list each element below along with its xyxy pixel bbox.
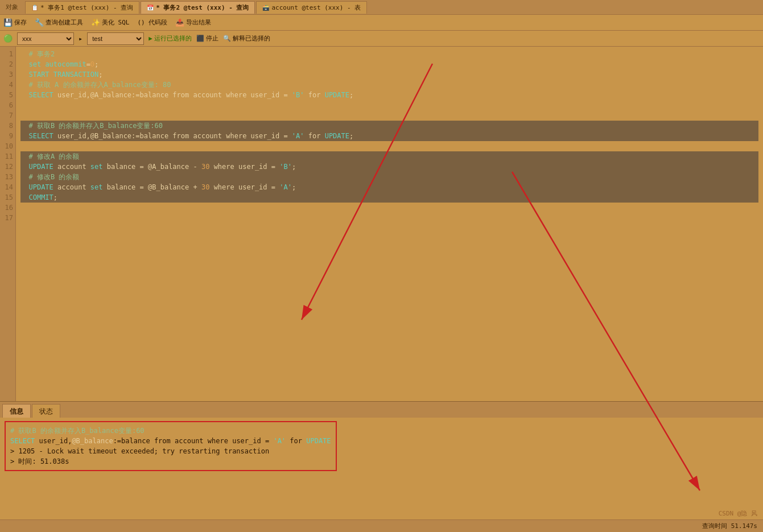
query-create-button[interactable]: 🔧 查询创建工具: [35, 18, 83, 27]
save-icon: 💾: [3, 18, 13, 27]
tab-2[interactable]: 📅 * 事务2 @test (xxx) - 查询: [141, 1, 255, 14]
beautify-icon: ✨: [91, 18, 100, 27]
line-number: 7: [0, 110, 15, 121]
query-icon: 🔧: [35, 18, 44, 27]
explain-label: 解释已选择的: [233, 34, 270, 43]
tab-bar: 对象 📋 * 事务1 @test (xxx) - 查询 📅 * 事务2 @tes…: [0, 0, 763, 15]
result-line: > 1205 - Lock wait timeout exceeded; try…: [10, 446, 331, 456]
toolbar: 💾 保存 🔧 查询创建工具 ✨ 美化 SQL () 代码段 📤 导出结果: [0, 15, 763, 31]
explain-icon: 🔍: [223, 35, 231, 42]
code-line: # 获取B 的余额并存入B_balance变量:60: [20, 121, 758, 131]
beautify-label: 美化 SQL: [102, 18, 130, 27]
watermark: CSDN @隐 风: [719, 509, 757, 518]
conn-icon: 🟢: [3, 34, 13, 43]
bottom-content: # 获取B 的余额并存入B_balance变量:60SELECT user_id…: [0, 418, 763, 515]
bottom-tabs: 信息 状态: [0, 402, 763, 418]
result-line: SELECT user_id,@B_balance:=balance from …: [10, 436, 331, 446]
bottom-tab-status[interactable]: 状态: [32, 404, 60, 418]
result-box: # 获取B 的余额并存入B_balance变量:60SELECT user_id…: [5, 421, 337, 471]
code-line: set autocommit=0;: [20, 59, 758, 69]
code-line: # 修改A 的余额: [20, 151, 758, 162]
line-number: 1: [0, 49, 15, 59]
code-line: START TRANSACTION;: [20, 69, 758, 80]
code-line: [20, 110, 758, 121]
code-line: [20, 203, 758, 213]
code-line: [20, 100, 758, 110]
tab2-icon: 📅: [147, 5, 154, 11]
code-line: SELECT user_id,@A_balance:=balance from …: [20, 90, 758, 100]
line-number: 15: [0, 192, 15, 203]
code-line: # 获取 A 的余额并存入A_balance变量: 80: [20, 80, 758, 90]
code-content[interactable]: # 事务2 set autocommit=0; START TRANSACTIO…: [16, 47, 763, 401]
db-separator: ▸: [79, 35, 83, 43]
database-select[interactable]: test: [87, 32, 144, 45]
tab3-icon: 🗃️: [262, 5, 269, 11]
code-line: COMMIT;: [20, 192, 758, 203]
line-number: 16: [0, 203, 15, 213]
tab2-label: * 事务2 @test (xxx) - 查询: [156, 3, 249, 12]
code-segment-label: () 代码段: [138, 18, 168, 27]
line-number: 17: [0, 213, 15, 223]
export-label: 导出结果: [186, 18, 211, 27]
connection-select[interactable]: xxx: [17, 32, 74, 45]
line-number: 8: [0, 121, 15, 131]
stop-button[interactable]: ⬛ 停止: [196, 34, 218, 43]
code-line: SELECT user_id,@B_balance:=balance from …: [20, 131, 758, 141]
tab-1[interactable]: 📋 * 事务1 @test (xxx) - 查询: [25, 1, 139, 14]
save-label: 保存: [14, 18, 27, 27]
line-number: 4: [0, 80, 15, 90]
run-label: 运行已选择的: [154, 34, 192, 43]
stop-icon: ⬛: [196, 35, 204, 42]
status-text: 查询时间 51.147s: [702, 522, 757, 530]
line-number: 5: [0, 90, 15, 100]
save-button[interactable]: 💾 保存: [3, 18, 27, 27]
bottom-tab-status-label: 状态: [39, 407, 53, 415]
bottom-tab-info-label: 信息: [10, 407, 23, 415]
line-number: 6: [0, 100, 15, 110]
export-button[interactable]: 📤 导出结果: [175, 18, 211, 27]
line-number: 3: [0, 69, 15, 80]
status-bar: 查询时间 51.147s: [0, 519, 763, 532]
run-button[interactable]: ▶ 运行已选择的: [149, 34, 192, 43]
watermark-text: CSDN @隐 风: [719, 510, 757, 517]
code-line: # 修改B 的余额: [20, 172, 758, 182]
tab-prefix: 对象: [2, 2, 22, 13]
tab3-label: account @test (xxx) - 表: [271, 3, 361, 12]
explain-button[interactable]: 🔍 解释已选择的: [223, 34, 270, 43]
export-icon: 📤: [175, 18, 184, 27]
run-icon: ▶: [149, 35, 152, 42]
result-line: # 获取B 的余额并存入B_balance变量:60: [10, 426, 331, 436]
line-numbers: 1234567891011121314151617: [0, 47, 16, 401]
code-line: UPDATE account set balance = @A_balance …: [20, 162, 758, 172]
line-number: 2: [0, 59, 15, 69]
code-line: UPDATE account set balance = @B_balance …: [20, 182, 758, 192]
result-line: > 时间: 51.038s: [10, 456, 331, 467]
line-number: 9: [0, 131, 15, 141]
line-number: 11: [0, 151, 15, 162]
line-number: 14: [0, 182, 15, 192]
line-number: 10: [0, 141, 15, 151]
stop-label: 停止: [206, 34, 218, 43]
code-line: # 事务2: [20, 49, 758, 59]
beautify-button[interactable]: ✨ 美化 SQL: [91, 18, 130, 27]
bottom-panel: 信息 状态 # 获取B 的余额并存入B_balance变量:60SELECT u…: [0, 401, 763, 515]
line-number: 12: [0, 162, 15, 172]
bottom-tab-info[interactable]: 信息: [2, 404, 31, 418]
tab1-icon: 📋: [31, 5, 38, 11]
editor-area: 1234567891011121314151617 # 事务2 set auto…: [0, 47, 763, 401]
line-number: 13: [0, 172, 15, 182]
tab-3[interactable]: 🗃️ account @test (xxx) - 表: [256, 1, 367, 14]
code-line: [20, 213, 758, 223]
code-segment-button[interactable]: () 代码段: [138, 18, 168, 27]
conn-bar: 🟢 xxx ▸ test ▶ 运行已选择的 ⬛ 停止 🔍 解释已选择的: [0, 31, 763, 47]
code-line: [20, 141, 758, 151]
tab1-label: * 事务1 @test (xxx) - 查询: [40, 3, 133, 12]
query-create-label: 查询创建工具: [46, 18, 83, 27]
